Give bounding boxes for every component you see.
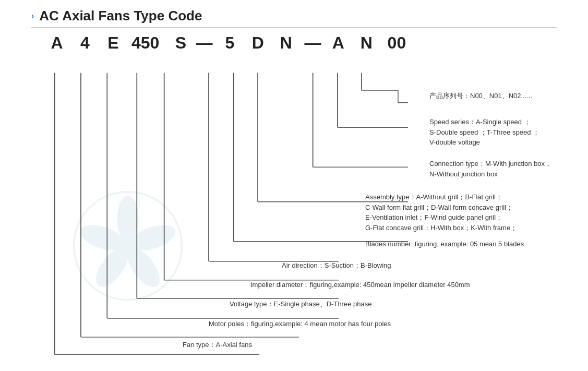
label-fan-type: Fan type：A-Axial fans xyxy=(183,340,252,350)
letter-A: A xyxy=(47,33,67,53)
page-title: AC Axial Fans Type Code xyxy=(39,8,202,24)
letter-A2: A xyxy=(328,33,348,53)
letter-S: S xyxy=(171,33,190,53)
diagram-area: VENTAI .bracket-line { stroke: #555; str… xyxy=(31,55,557,363)
label-blades-number: Blades number: figuring, example: 05 mea… xyxy=(365,239,524,249)
letter-00: 00 xyxy=(387,33,406,53)
header-divider xyxy=(31,27,557,28)
letter-5: 5 xyxy=(220,33,239,53)
label-air-direction: Air direction：S-Suction；B-Blowing xyxy=(282,260,391,271)
letter-D: D xyxy=(248,33,268,53)
label-speed-series: Speed series：A-Single speed ； S-Double s… xyxy=(429,117,539,148)
label-product-series: 产品序列号：N00、N01、N02...... xyxy=(429,91,532,101)
label-assembly-type: Assembly type：A-Without grill；B-Flat gri… xyxy=(365,192,517,233)
label-voltage-type: Voltage type：E-Single phase、D-Three phas… xyxy=(230,299,371,309)
page-container: › AC Axial Fans Type Code A 4 E 450 S — … xyxy=(0,0,588,371)
header: › AC Axial Fans Type Code xyxy=(31,8,557,24)
dash-2: — xyxy=(304,33,321,53)
letter-450: 450 xyxy=(131,33,159,53)
letter-N: N xyxy=(276,33,296,53)
chevron-icon: › xyxy=(31,11,34,21)
letter-N2: N xyxy=(356,33,376,53)
letter-E: E xyxy=(103,33,123,53)
dash-1: — xyxy=(196,33,212,53)
label-motor-poles: Motor poles：figuring,example: 4 mean mot… xyxy=(209,319,391,329)
letter-4: 4 xyxy=(75,33,95,53)
type-code-row: A 4 E 450 S — 5 D N — A N 00 xyxy=(47,33,557,53)
label-connection-type: Connection type：M-With junction box， N-W… xyxy=(429,159,551,179)
label-impeller-diameter: Impeller diameter：figuring,example: 450m… xyxy=(250,280,470,290)
